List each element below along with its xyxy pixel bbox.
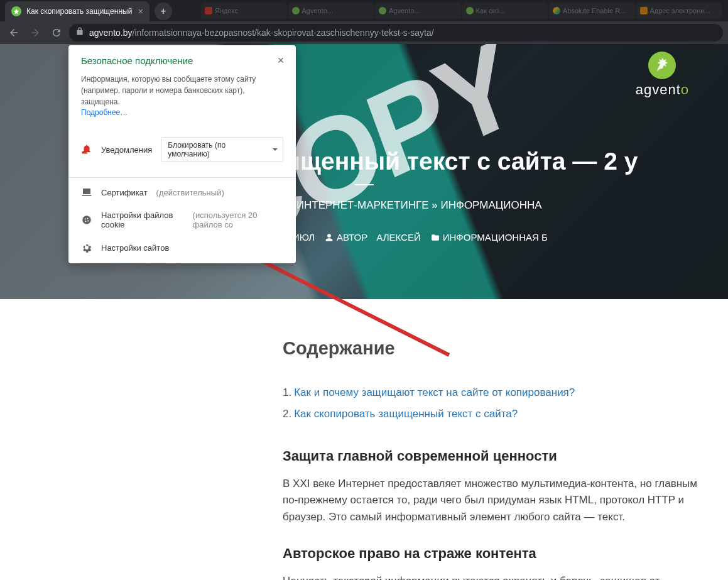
body-paragraph: Ценность текстовой информации пытаются о… (283, 573, 715, 580)
bg-tab[interactable]: Адрес электронн... (636, 3, 722, 19)
user-icon (325, 233, 334, 242)
meta-author: АВТОР АЛЕКСЕЙ (325, 232, 421, 243)
toc-heading: Содержание (283, 338, 715, 359)
notifications-row: Уведомления Блокировать (по умолчанию) (68, 127, 296, 175)
gear-icon (81, 242, 92, 253)
tab-favicon (11, 6, 21, 16)
bell-blocked-icon (81, 143, 92, 156)
bg-tab[interactable]: Absolute Enable R... (549, 3, 635, 19)
svg-rect-0 (82, 151, 87, 153)
site-logo[interactable]: agvento (636, 52, 689, 98)
notifications-select[interactable]: Блокировать (по умолчанию) (161, 137, 283, 162)
body-paragraph: В XXI веке Интернет предоставляет множес… (283, 476, 715, 525)
popup-close-icon[interactable]: × (273, 53, 288, 68)
bg-tab[interactable]: Agvento... (288, 3, 374, 19)
url-text: agvento.by/informatsionnaya-bezopasnost/… (89, 28, 434, 38)
new-tab-button[interactable]: + (155, 3, 172, 20)
bg-tab[interactable]: Яндекс (201, 3, 287, 19)
active-tab[interactable]: Как скопировать защищенный × (5, 1, 149, 21)
site-settings-row[interactable]: Настройки сайтов (68, 236, 296, 263)
tab-title: Как скопировать защищенный (26, 7, 133, 16)
popup-learn-more-link[interactable]: Подробнее… (81, 108, 128, 117)
article-content: Содержание 1.Как и почему защищают текст… (283, 299, 728, 580)
table-of-contents: 1.Как и почему защищают текст на сайте о… (283, 386, 715, 420)
svg-point-3 (87, 218, 89, 219)
tab-close-icon[interactable]: × (138, 6, 143, 16)
meta-category: ИНФОРМАЦИОННАЯ Б (431, 232, 548, 243)
popup-title: Безопасное подключение (81, 55, 283, 66)
section-heading: Авторское право на страже контента (283, 545, 715, 562)
browser-toolbar: agvento.by/informatsionnaya-bezopasnost/… (0, 21, 728, 44)
svg-point-4 (85, 221, 87, 222)
back-button[interactable] (5, 24, 23, 41)
svg-point-1 (82, 216, 91, 224)
site-info-popup: × Безопасное подключение Информация, кот… (68, 45, 296, 263)
bg-tab[interactable]: Как ско... (462, 3, 548, 19)
reload-button[interactable] (48, 24, 65, 41)
folder-icon (431, 233, 440, 242)
toc-item: 1.Как и почему защищают текст на сайте о… (283, 386, 715, 399)
section-heading: Защита главной современной ценности (283, 448, 715, 464)
browser-tabstrip: Как скопировать защищенный × + Яндекс Ag… (0, 0, 728, 21)
cookies-row[interactable]: Настройки файлов cookie (используется 20… (68, 204, 296, 236)
title-divider (355, 184, 374, 185)
svg-point-5 (87, 221, 89, 222)
lock-icon[interactable] (75, 27, 84, 38)
svg-point-2 (85, 219, 86, 220)
address-bar[interactable]: agvento.by/informatsionnaya-bezopasnost/… (69, 24, 723, 41)
notifications-label: Уведомления (101, 145, 152, 155)
certificate-row[interactable]: Сертификат (действительный) (68, 180, 296, 204)
leaf-icon (648, 52, 676, 79)
bg-tab[interactable]: Agvento... (375, 3, 461, 19)
toc-link[interactable]: Как и почему защищают текст на сайте от … (294, 386, 575, 398)
logo-text: agvento (636, 82, 689, 98)
breadcrumb-category[interactable]: ИНФОРМАЦИОННА (440, 199, 541, 211)
toc-link[interactable]: Как скопировать защищенный текст с сайта… (294, 408, 518, 420)
divider (68, 177, 296, 178)
forward-button[interactable] (26, 24, 44, 41)
background-tabs: Яндекс Agvento... Agvento... Как ско... … (201, 3, 722, 19)
cookie-icon (81, 214, 92, 226)
toc-item: 2.Как скопировать защищенный текст с сай… (283, 408, 715, 420)
popup-description: Информация, которую вы сообщаете этому с… (81, 74, 283, 107)
certificate-icon (81, 187, 92, 198)
